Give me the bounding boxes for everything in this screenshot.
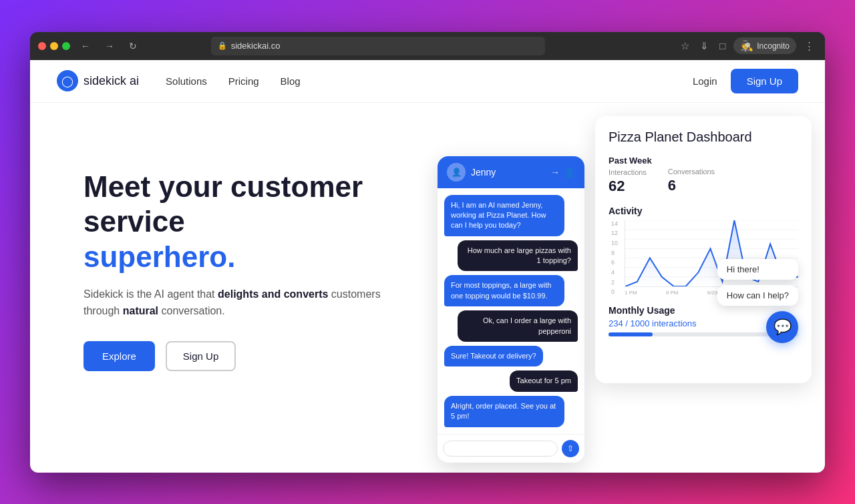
hero-content: Meet your customer service superhero. Si… [83,130,417,473]
chat-bubble-prompt: How can I help? [717,285,798,306]
interactions-label: Interactions [609,168,652,176]
browser-chrome: ← → ↻ 🔒 sidekickai.co ☆ ⇓ □ 🕵 Incognito … [30,32,825,60]
chat-avatar: 👤 [447,163,466,182]
nav-solutions[interactable]: Solutions [166,75,207,87]
chat-bubble-overlay: Hi there! How can I help? 💬 [717,259,798,343]
navigation: ◯ sidekick ai Solutions Pricing Blog Log… [30,60,825,103]
stat-period-group: Past Week Interactions 62 [609,156,652,195]
usage-progress-fill [609,332,653,336]
minimize-window-dot[interactable] [50,42,58,50]
chat-messages: Hi, I am an AI named Jenny, working at P… [438,188,584,434]
chat-profile-icon[interactable]: 👤 [564,167,575,178]
incognito-label: Incognito [757,41,790,51]
hero-ui-demo: 👤 Jenny → 👤 Hi, I am an AI named Jenny, … [438,103,825,473]
dashboard-panel: Pizza Planet Dashboard Past Week Interac… [595,116,812,383]
interactions-value: 62 [609,178,652,195]
chat-input[interactable] [443,441,558,457]
ssl-lock-icon: 🔒 [218,41,227,50]
chart-y-labels: 14 12 10 8 6 4 2 0 [611,220,618,296]
hero-title-accent: superhero. [83,240,235,273]
chat-message-1: Hi, I am an AI named Jenny, working at P… [444,195,564,236]
browser-window-controls [38,42,70,50]
menu-button[interactable]: ⋮ [802,37,817,55]
chat-message-4: Ok, can I order a large with pepperoni [458,310,578,342]
website-content: ◯ sidekick ai Solutions Pricing Blog Log… [30,60,825,473]
hero-signup-button[interactable]: Sign Up [166,341,236,371]
conversations-value: 6 [668,177,715,194]
chat-message-2: How much are large pizzas with 1 topping… [458,240,578,272]
stat-period-label: Past Week [609,156,652,166]
nav-signup-button[interactable]: Sign Up [731,69,798,93]
nav-links: Solutions Pricing Blog [166,75,301,87]
activity-label: Activity [609,206,798,216]
hero-subtitle: Sidekick is the AI agent that delights a… [83,286,417,320]
download-button[interactable]: ⇓ [697,37,711,55]
incognito-badge: 🕵 Incognito [733,37,796,54]
chat-bubble-greeting: Hi there! [717,259,798,280]
url-text: sidekickai.co [231,41,281,51]
hero-buttons: Explore Sign Up [83,341,417,371]
chat-input-area: ⇧ [438,434,584,463]
bookmark-button[interactable]: ☆ [678,37,692,55]
chat-header: 👤 Jenny → 👤 [438,156,584,188]
stats-row: Past Week Interactions 62 Conversations … [609,156,798,195]
browser-window: ← → ↻ 🔒 sidekickai.co ☆ ⇓ □ 🕵 Incognito … [30,32,825,473]
explore-button[interactable]: Explore [83,341,155,371]
hero-section: Meet your customer service superhero. Si… [30,103,825,473]
nav-right: Login Sign Up [693,69,798,93]
incognito-icon: 🕵 [740,39,753,52]
chat-message-7: Alright, order placed. See you at 5 pm! [444,396,564,427]
chat-trigger-button[interactable]: 💬 [766,311,798,343]
address-bar[interactable]: 🔒 sidekickai.co [211,37,545,55]
chat-message-6: Takeout for 5 pm [510,370,578,391]
nav-blog[interactable]: Blog [281,75,301,87]
browser-actions: ☆ ⇓ □ 🕵 Incognito ⋮ [678,37,817,55]
chat-message-3: For most toppings, a large with one topp… [444,275,564,306]
conversations-label: Conversations [668,168,715,176]
close-window-dot[interactable] [38,42,46,50]
dashboard-title: Pizza Planet Dashboard [609,130,798,145]
chat-message-5: Sure! Takeout or delivery? [444,346,543,366]
chat-header-right: → 👤 [550,167,575,178]
logo-text: sidekick ai [83,74,139,88]
logo-icon: ◯ [57,70,78,91]
logo[interactable]: ◯ sidekick ai [57,70,139,91]
chat-transfer-icon[interactable]: → [550,167,560,178]
chat-send-button[interactable]: ⇧ [562,440,579,457]
login-button[interactable]: Login [693,75,717,87]
forward-button[interactable]: → [101,38,118,54]
back-button[interactable]: ← [77,38,94,54]
extensions-button[interactable]: □ [717,37,728,54]
conversations-group: Conversations 6 [668,156,715,195]
hero-title: Meet your customer service superhero. [83,170,417,275]
nav-pricing[interactable]: Pricing [228,75,259,87]
reload-button[interactable]: ↻ [125,38,141,54]
chat-header-left: 👤 Jenny [447,163,496,182]
chat-widget: 👤 Jenny → 👤 Hi, I am an AI named Jenny, … [438,156,584,463]
chat-agent-name: Jenny [471,167,496,178]
maximize-window-dot[interactable] [62,42,70,50]
